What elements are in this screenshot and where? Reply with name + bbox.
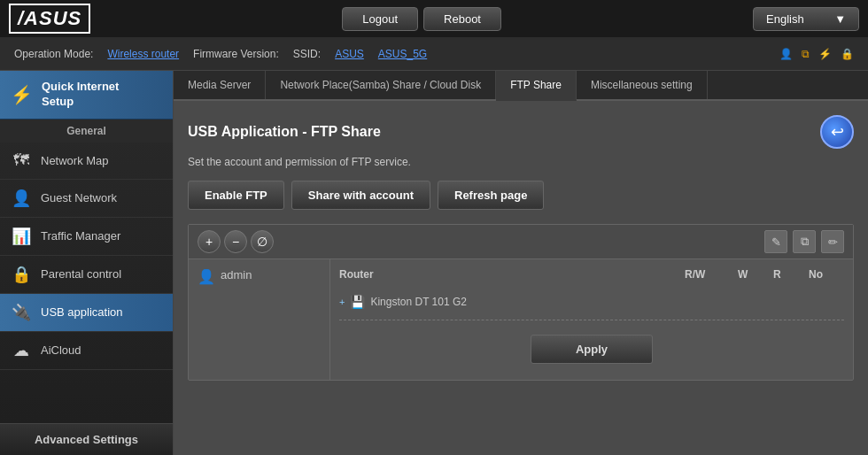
col-rw: R/W (685, 268, 738, 281)
status-bar: Operation Mode: Wireless router Firmware… (0, 37, 868, 71)
add-button[interactable]: + (198, 230, 221, 253)
ftp-table: + − ∅ ✎ ⧉ ✏ 👤 admin (188, 224, 854, 381)
col-w: W (738, 268, 773, 281)
guest-network-icon: 👤 (11, 189, 32, 208)
general-section: General (0, 120, 173, 143)
sidebar-label-guest-network: Guest Network (41, 191, 117, 204)
firmware-label: Firmware Version: (193, 48, 279, 60)
content-body: USB Application - FTP Share ↩ Set the ac… (174, 101, 868, 455)
usb-icon[interactable]: ⚡ (818, 48, 832, 60)
usb-application-icon: 🔌 (11, 303, 32, 322)
tab-media-server[interactable]: Media Server (174, 71, 266, 99)
sidebar-label-parental-control: Parental control (41, 267, 121, 281)
aicloud-icon: ☁ (11, 341, 32, 360)
sidebar-item-usb-application[interactable]: 🔌 USB application (0, 294, 173, 332)
asus-logo: /ASUS (9, 4, 90, 34)
table-row: + 💾 Kingston DT 101 G2 (339, 291, 844, 312)
content-area: Media Server Network Place(Samba) Share … (174, 71, 868, 455)
page-title: USB Application - FTP Share (188, 124, 381, 140)
col-r: R (773, 268, 809, 281)
table-content: 👤 admin Router R/W W R No + (189, 259, 853, 380)
router-column: Router R/W W R No + 💾 Kingston DT 101 G2 (330, 259, 853, 380)
user-icon[interactable]: 👤 (779, 48, 793, 60)
sidebar-item-parental-control[interactable]: 🔒 Parental control (0, 256, 173, 294)
reboot-button[interactable]: Reboot (423, 7, 501, 31)
page-title-row: USB Application - FTP Share ↩ (188, 115, 854, 149)
logout-button[interactable]: Logout (342, 7, 418, 31)
delete-icon-btn[interactable]: ✏ (821, 230, 844, 253)
toolbar-left: + − ∅ (198, 230, 274, 253)
enable-ftp-button[interactable]: Enable FTP (188, 181, 284, 210)
back-button[interactable]: ↩ (820, 115, 854, 149)
tabs: Media Server Network Place(Samba) Share … (174, 71, 868, 101)
ssid-asus[interactable]: ASUS (335, 48, 364, 60)
operation-mode-label: Operation Mode: (14, 48, 93, 60)
network-map-icon: 🗺 (11, 151, 32, 170)
chevron-down-icon: ▼ (834, 12, 846, 26)
status-icons: 👤 ⧉ ⚡ 🔒 (779, 48, 854, 60)
user-icon: 👤 (198, 268, 215, 285)
remove-button[interactable]: − (224, 230, 247, 253)
apply-row: Apply (339, 328, 844, 371)
traffic-manager-icon: 📊 (11, 227, 32, 246)
share-account-button[interactable]: Share with account (291, 181, 430, 210)
sidebar: ⚡ Quick InternetSetup General 🗺 Network … (0, 71, 174, 455)
sidebar-label-aicloud: AiCloud (41, 343, 81, 357)
sidebar-item-traffic-manager[interactable]: 📊 Traffic Manager (0, 218, 173, 256)
page-description: Set the account and permission of FTP se… (188, 156, 854, 168)
apply-button[interactable]: Apply (531, 335, 653, 364)
top-buttons: Logout Reboot (342, 7, 501, 31)
main-layout: ⚡ Quick InternetSetup General 🗺 Network … (0, 71, 868, 455)
device-name: Kingston DT 101 G2 (370, 296, 467, 308)
sidebar-label-network-map: Network Map (41, 154, 109, 167)
sidebar-label-usb-application: USB application (41, 305, 123, 319)
quick-internet-setup[interactable]: ⚡ Quick InternetSetup (0, 71, 173, 120)
sidebar-item-aicloud[interactable]: ☁ AiCloud (0, 332, 173, 370)
ssid-label: SSID: (293, 48, 321, 60)
edit-icon-btn[interactable]: ✎ (764, 230, 787, 253)
refresh-page-button[interactable]: Refresh page (438, 181, 544, 210)
tab-ftp-share[interactable]: FTP Share (496, 71, 577, 101)
copy-icon[interactable]: ⧉ (802, 48, 810, 60)
ssid-asus-5g[interactable]: ASUS_5G (378, 48, 427, 60)
sidebar-label-traffic-manager: Traffic Manager (41, 229, 120, 243)
sidebar-item-guest-network[interactable]: 👤 Guest Network (0, 180, 173, 218)
device-icon: 💾 (350, 295, 365, 309)
col-router: Router (339, 268, 685, 281)
user-column: 👤 admin (189, 259, 330, 380)
tab-network-place[interactable]: Network Place(Samba) Share / Cloud Disk (266, 71, 496, 99)
action-buttons: Enable FTP Share with account Refresh pa… (188, 181, 854, 210)
top-bar: /ASUS Logout Reboot English ▼ (0, 0, 868, 37)
table-divider (339, 320, 844, 320)
language-selector[interactable]: English ▼ (753, 7, 859, 31)
disable-button[interactable]: ∅ (251, 230, 274, 253)
language-label: English (766, 12, 804, 26)
table-toolbar: + − ∅ ✎ ⧉ ✏ (189, 225, 853, 259)
toolbar-right: ✎ ⧉ ✏ (764, 230, 844, 253)
sidebar-item-network-map[interactable]: 🗺 Network Map (0, 143, 173, 180)
advanced-settings[interactable]: Advanced Settings (0, 423, 173, 455)
username: admin (221, 268, 252, 281)
col-no: No (809, 268, 844, 281)
table-header: Router R/W W R No (339, 268, 844, 284)
copy-icon-btn[interactable]: ⧉ (793, 230, 816, 253)
tab-misc-setting[interactable]: Miscellaneous setting (577, 71, 708, 99)
parental-control-icon: 🔒 (11, 265, 32, 284)
lock-icon[interactable]: 🔒 (841, 48, 854, 60)
advanced-settings-label: Advanced Settings (35, 433, 138, 446)
quick-setup-label: Quick InternetSetup (42, 80, 119, 110)
operation-mode-value[interactable]: Wireless router (107, 48, 179, 60)
quick-setup-icon: ⚡ (11, 84, 33, 105)
expand-icon[interactable]: + (339, 297, 345, 307)
